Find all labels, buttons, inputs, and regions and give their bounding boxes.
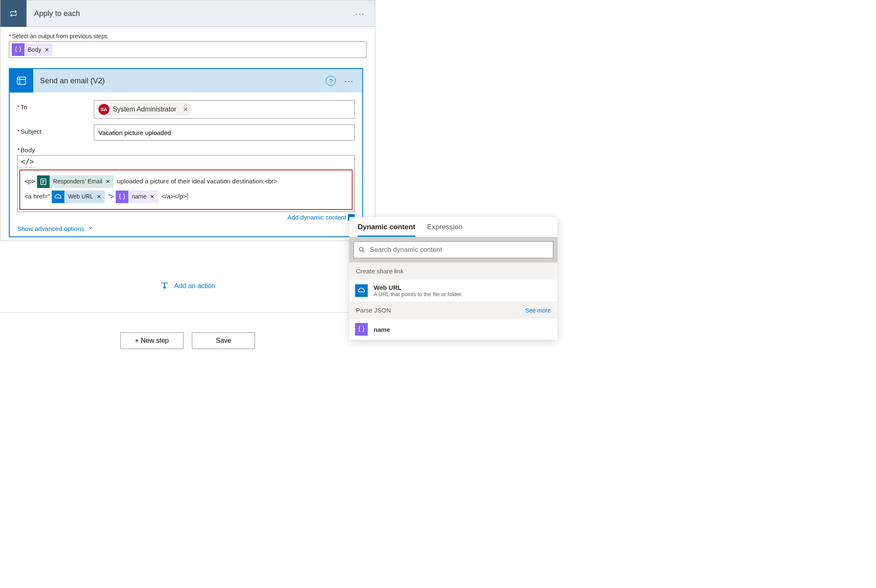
help-icon[interactable]: ? [326, 76, 336, 86]
body-label: *Body [17, 146, 355, 154]
svg-point-2 [359, 247, 363, 251]
text-cursor [187, 193, 189, 200]
subject-label: *Subject [17, 124, 94, 135]
save-button[interactable]: Save [192, 332, 255, 349]
code-text: uploaded a picture of their ideal vacati… [117, 177, 277, 185]
send-email-menu-icon[interactable]: ··· [344, 76, 362, 86]
loop-icon [0, 0, 27, 27]
dynamic-content-panel: Dynamic content Expression Create share … [349, 217, 557, 340]
section-parse-json: Parse JSON See more [349, 302, 557, 319]
dyn-item-name[interactable]: name [349, 319, 557, 340]
token-web-url-label: Web URL [64, 191, 96, 203]
apply-to-each-header[interactable]: Apply to each ··· [0, 0, 375, 27]
insert-step-icon [160, 281, 169, 291]
tab-expression[interactable]: Expression [427, 223, 462, 237]
select-output-input[interactable]: Body ✕ [9, 41, 366, 58]
dyn-item-web-url-desc: A URL that points to the file or folder. [374, 291, 462, 297]
code-text: "> [108, 193, 114, 200]
token-body-label: Body [24, 43, 44, 56]
token-body-remove-icon[interactable]: ✕ [44, 43, 53, 56]
json-icon [355, 323, 368, 336]
token-responders-email-label: Responders' Email [50, 175, 105, 188]
select-output-label: *Select an output from previous steps [9, 33, 366, 40]
subject-row: *Subject [17, 124, 355, 140]
dynamic-search[interactable] [353, 241, 553, 258]
divider [0, 313, 375, 313]
onedrive-icon [355, 284, 368, 297]
dynamic-search-wrap [349, 237, 557, 262]
outlook-icon [10, 69, 33, 93]
send-email-header[interactable]: Send an email (V2) ? ··· [10, 69, 362, 93]
to-person-name: System Administrator [113, 106, 176, 113]
apply-to-each-panel: *Select an output from previous steps Bo… [0, 27, 375, 241]
apply-to-each-title: Apply to each [27, 9, 355, 18]
token-name-remove-icon[interactable]: ✕ [149, 191, 158, 203]
avatar: SA [98, 104, 109, 115]
token-name[interactable]: name ✕ [116, 191, 158, 203]
to-input[interactable]: SA System Administrator ✕ [94, 100, 355, 119]
svg-rect-0 [17, 77, 26, 84]
token-name-label: name [128, 191, 149, 203]
tab-dynamic-content[interactable]: Dynamic content [358, 223, 415, 237]
to-person-chip[interactable]: SA System Administrator ✕ [97, 103, 192, 116]
send-email-card: Send an email (V2) ? ··· *To SA System A… [9, 68, 363, 237]
add-an-action-button[interactable]: Add an action [0, 281, 375, 291]
code-text: <p> [24, 177, 35, 185]
dynamic-search-input[interactable] [370, 246, 549, 254]
footer-buttons: + New step Save [0, 332, 375, 349]
token-responders-email-remove-icon[interactable]: ✕ [105, 175, 114, 188]
dyn-item-web-url-name: Web URL [374, 284, 462, 291]
apply-to-each-menu-icon[interactable]: ··· [355, 9, 375, 19]
forms-icon [37, 175, 50, 188]
to-row: *To SA System Administrator ✕ [17, 100, 355, 119]
dyn-item-web-url[interactable]: Web URL A URL that points to the file or… [349, 280, 557, 302]
see-more-link[interactable]: See more [525, 307, 551, 314]
token-body[interactable]: Body ✕ [12, 43, 53, 56]
to-person-remove-icon[interactable]: ✕ [183, 106, 188, 113]
to-label: *To [17, 100, 94, 111]
required-star: * [9, 33, 11, 40]
json-icon [116, 191, 128, 203]
body-content[interactable]: <p> Responders' Email ✕ uploaded a pictu… [19, 170, 353, 210]
code-text: <a href=" [24, 193, 50, 200]
dyn-item-name-name: name [374, 326, 390, 333]
section-create-share-link: Create share link [349, 262, 557, 280]
chevron-down-icon [88, 225, 93, 232]
token-web-url-remove-icon[interactable]: ✕ [96, 191, 105, 203]
new-step-button[interactable]: + New step [120, 332, 183, 349]
json-icon [12, 43, 24, 56]
show-advanced-options-link[interactable]: Show advanced options [17, 225, 355, 232]
token-responders-email[interactable]: Responders' Email ✕ [37, 175, 114, 188]
add-dynamic-content-link[interactable]: Add dynamic content [17, 214, 355, 221]
dynamic-content-tabs: Dynamic content Expression [349, 217, 557, 237]
token-web-url[interactable]: Web URL ✕ [52, 191, 104, 203]
code-view-toggle[interactable]: </> [18, 156, 37, 168]
body-editor: </> <p> Responders' Email ✕ uploaded a p… [17, 155, 355, 212]
send-email-body: *To SA System Administrator ✕ *Subject [10, 93, 362, 236]
code-text: </a></p> [161, 193, 186, 200]
onedrive-icon [52, 191, 64, 203]
subject-input[interactable] [94, 124, 355, 140]
send-email-title: Send an email (V2) [33, 77, 326, 85]
search-icon [358, 246, 366, 254]
